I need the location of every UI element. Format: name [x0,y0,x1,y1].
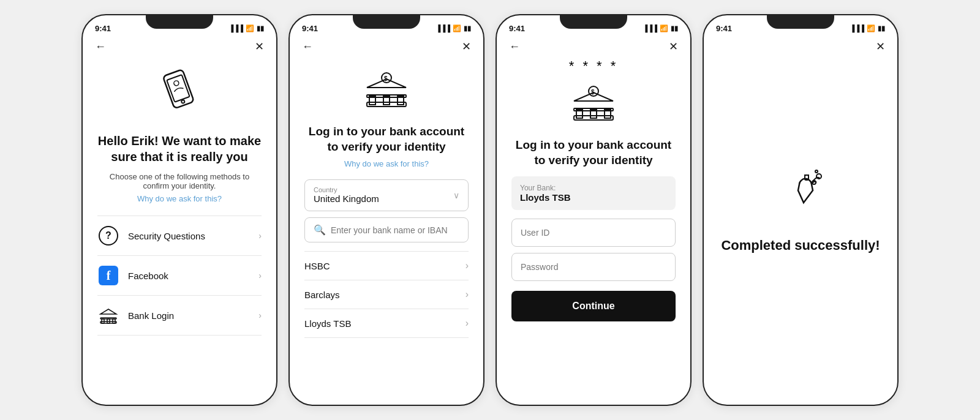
security-chevron: › [258,231,262,241]
bank-name-hsbc: HSBC [304,261,330,271]
battery-icon: ▮▮ [257,24,264,32]
battery-icon-3: ▮▮ [671,24,678,32]
menu-item-bank[interactable]: Bank Login › [97,295,262,336]
screen1-phone: 9:41 ▐▐▐ 📶 ▮▮ ← ✕ Hello Erik! [81,14,277,406]
user-id-input[interactable] [511,219,676,247]
time-1: 9:41 [95,24,111,33]
close-button-3[interactable]: ✕ [669,40,678,53]
screen2-title: Log in to your bank account to verify yo… [304,124,469,154]
country-dropdown[interactable]: Country United Kingdom ∨ [304,179,469,211]
nav-bar-3: ← ✕ [497,37,690,58]
status-bar-3: 9:41 ▐▐▐ 📶 ▮▮ [497,15,690,37]
battery-icon-4: ▮▮ [878,24,885,32]
svg-rect-8 [100,318,116,319]
bank-name-lloyds: Lloyds TSB [304,318,351,329]
facebook-icon-wrap: f [97,264,119,287]
wifi-icon-4: 📶 [867,24,875,32]
facebook-label: Facebook [128,271,258,281]
svg-rect-0 [163,69,194,108]
screen4-phone: 9:41 ▐▐▐ 📶 ▮▮ ✕ Complet [703,14,899,406]
security-label: Security Questions [128,231,258,241]
status-bar-1: 9:41 ▐▐▐ 📶 ▮▮ [83,15,276,37]
signal-icon-2: ▐▐▐ [436,24,450,32]
continue-button[interactable]: Continue [511,291,676,321]
wifi-icon-3: 📶 [660,24,668,32]
screen1-subtitle: Choose one of the following methods to c… [97,172,262,190]
screen2-content: $ Log in to your bank account to verify … [290,64,483,350]
wifi-icon-2: 📶 [453,24,461,32]
country-label: Country [314,186,379,193]
password-input[interactable] [511,253,676,281]
dropdown-chevron: ∨ [453,190,459,200]
screen2-link[interactable]: Why do we ask for this? [304,159,469,168]
selected-bank-name: Lloyds TSB [520,192,667,203]
bank-item-hsbc[interactable]: HSBC › [304,251,469,280]
celebration-icon [770,157,831,220]
svg-point-26 [815,170,818,173]
svg-point-3 [173,80,179,86]
screen1-link[interactable]: Why do we ask for this? [97,194,262,203]
status-icons-3: ▐▐▐ 📶 ▮▮ [643,24,678,32]
bank-label: Bank Login [128,310,258,321]
barclays-chevron: › [466,289,469,300]
status-bar-4: 9:41 ▐▐▐ 📶 ▮▮ [704,15,897,37]
password-stars: * * * * [511,58,676,74]
svg-point-2 [181,100,185,103]
bank-chevron: › [258,310,262,320]
screen3-phone: 9:41 ▐▐▐ 📶 ▮▮ ← ✕ * * * * $ Log in to yo… [496,14,692,406]
screen4-content: Completed successfully! [704,58,897,352]
status-icons-4: ▐▐▐ 📶 ▮▮ [850,24,885,32]
menu-item-facebook[interactable]: f Facebook › [97,255,262,295]
screen1-title: Hello Erik! We want to make sure that it… [97,133,262,165]
facebook-chevron: › [258,271,262,280]
status-icons-1: ▐▐▐ 📶 ▮▮ [229,24,264,32]
screen2-phone: 9:41 ▐▐▐ 📶 ▮▮ ← ✕ $ Log in to your bank … [288,14,484,406]
bank-icon [97,304,119,326]
signal-icon-3: ▐▐▐ [643,24,657,32]
bank-item-barclays[interactable]: Barclays › [304,280,469,309]
country-value: United Kingdom [314,193,379,204]
bank-building-icon-3: $ [511,78,676,129]
nav-bar-1: ← ✕ [83,37,276,58]
screen3-content: * * * * $ Log in to your bank account to… [497,58,690,334]
search-icon: 🔍 [314,224,326,236]
security-icon: ? [97,225,119,247]
lloyds-chevron: › [466,318,469,329]
close-button-1[interactable]: ✕ [255,40,264,53]
facebook-icon: f [99,266,118,285]
screen3-title: Log in to your bank account to verify yo… [511,138,676,168]
back-button-3[interactable]: ← [509,40,520,53]
back-button-1[interactable]: ← [95,40,106,53]
bank-building-icon: $ [304,64,469,116]
menu-item-security[interactable]: ? Security Questions › [97,216,262,255]
nav-bar-4: ✕ [704,37,897,58]
time-4: 9:41 [716,24,732,33]
bank-item-lloyds[interactable]: Lloyds TSB › [304,309,469,338]
close-button-2[interactable]: ✕ [462,40,471,53]
bank-name-barclays: Barclays [304,290,340,300]
screen1-content: Hello Erik! We want to make sure that it… [83,64,276,348]
time-3: 9:41 [509,24,525,33]
screen4-title: Completed successfully! [721,238,880,253]
wifi-icon: 📶 [246,24,254,32]
hsbc-chevron: › [466,260,469,271]
bank-search-field[interactable]: 🔍 [304,217,469,242]
signal-icon-4: ▐▐▐ [850,24,864,32]
time-2: 9:41 [302,24,318,33]
selected-bank-label: Your Bank: [520,184,667,192]
nav-bar-2: ← ✕ [290,37,483,58]
phone-icon [97,64,262,122]
signal-icon: ▐▐▐ [229,24,243,32]
bank-search-input[interactable] [331,225,459,235]
status-icons-2: ▐▐▐ 📶 ▮▮ [436,24,471,32]
status-bar-2: 9:41 ▐▐▐ 📶 ▮▮ [290,15,483,37]
back-button-2[interactable]: ← [302,40,313,53]
selected-bank-box: Your Bank: Lloyds TSB [511,176,676,210]
battery-icon-2: ▮▮ [464,24,471,32]
close-button-4[interactable]: ✕ [876,40,885,53]
